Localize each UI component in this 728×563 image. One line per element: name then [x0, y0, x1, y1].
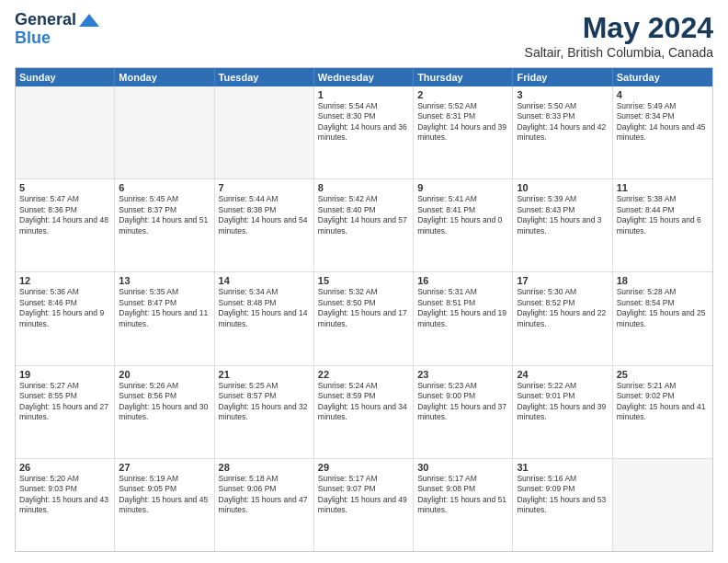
day-number: 28 — [219, 462, 310, 473]
day-number: 2 — [417, 89, 508, 100]
calendar-cell: 14Sunrise: 5:34 AMSunset: 8:48 PMDayligh… — [215, 272, 314, 364]
calendar-header: SundayMondayTuesdayWednesdayThursdayFrid… — [16, 68, 712, 86]
calendar-cell: 11Sunrise: 5:38 AMSunset: 8:44 PMDayligh… — [613, 179, 712, 271]
day-info: Sunrise: 5:23 AMSunset: 9:00 PMDaylight:… — [417, 381, 508, 423]
day-info: Sunrise: 5:17 AMSunset: 9:08 PMDaylight:… — [417, 474, 508, 516]
day-number: 19 — [19, 369, 110, 380]
day-info: Sunrise: 5:44 AMSunset: 8:38 PMDaylight:… — [219, 194, 310, 236]
calendar-cell: 21Sunrise: 5:25 AMSunset: 8:57 PMDayligh… — [215, 366, 314, 458]
day-number: 1 — [318, 89, 409, 100]
calendar-cell: 23Sunrise: 5:23 AMSunset: 9:00 PMDayligh… — [414, 366, 513, 458]
day-info: Sunrise: 5:21 AMSunset: 9:02 PMDaylight:… — [617, 381, 709, 423]
day-number: 27 — [119, 462, 210, 473]
page: General Blue May 2024 Saltair, British C… — [0, 0, 728, 563]
day-info: Sunrise: 5:41 AMSunset: 8:41 PMDaylight:… — [417, 194, 508, 236]
day-number: 18 — [617, 275, 709, 286]
day-info: Sunrise: 5:25 AMSunset: 8:57 PMDaylight:… — [219, 381, 310, 423]
weekday-header: Monday — [115, 68, 214, 86]
main-title: May 2024 — [525, 11, 713, 45]
calendar-cell: 9Sunrise: 5:41 AMSunset: 8:41 PMDaylight… — [414, 179, 513, 271]
svg-marker-0 — [79, 14, 99, 27]
calendar-cell: 3Sunrise: 5:50 AMSunset: 8:33 PMDaylight… — [513, 86, 612, 178]
calendar-cell: 25Sunrise: 5:21 AMSunset: 9:02 PMDayligh… — [613, 366, 712, 458]
day-number: 13 — [119, 275, 210, 286]
logo-icon — [79, 14, 99, 27]
calendar-row: 1Sunrise: 5:54 AMSunset: 8:30 PMDaylight… — [16, 86, 712, 179]
calendar-cell: 18Sunrise: 5:28 AMSunset: 8:54 PMDayligh… — [613, 272, 712, 364]
calendar-cell: 7Sunrise: 5:44 AMSunset: 8:38 PMDaylight… — [215, 179, 314, 271]
day-number: 3 — [517, 89, 608, 100]
header: General Blue May 2024 Saltair, British C… — [15, 11, 713, 60]
calendar-cell: 17Sunrise: 5:30 AMSunset: 8:52 PMDayligh… — [513, 272, 612, 364]
calendar-row: 12Sunrise: 5:36 AMSunset: 8:46 PMDayligh… — [16, 272, 712, 365]
day-number: 29 — [318, 462, 409, 473]
day-number: 21 — [219, 369, 310, 380]
calendar-cell: 28Sunrise: 5:18 AMSunset: 9:06 PMDayligh… — [215, 459, 314, 551]
weekday-header: Wednesday — [314, 68, 414, 86]
calendar-cell: 15Sunrise: 5:32 AMSunset: 8:50 PMDayligh… — [314, 272, 414, 364]
day-number: 31 — [517, 462, 608, 473]
calendar: SundayMondayTuesdayWednesdayThursdayFrid… — [15, 67, 713, 552]
weekday-header: Thursday — [414, 68, 513, 86]
calendar-cell — [115, 86, 214, 178]
day-number: 12 — [19, 275, 110, 286]
calendar-row: 5Sunrise: 5:47 AMSunset: 8:36 PMDaylight… — [16, 179, 712, 272]
day-info: Sunrise: 5:49 AMSunset: 8:34 PMDaylight:… — [617, 101, 709, 144]
day-number: 14 — [219, 275, 310, 286]
calendar-cell: 5Sunrise: 5:47 AMSunset: 8:36 PMDaylight… — [16, 179, 115, 271]
day-number: 5 — [19, 182, 110, 193]
logo-general: General — [15, 11, 76, 29]
calendar-cell: 10Sunrise: 5:39 AMSunset: 8:43 PMDayligh… — [513, 179, 612, 271]
calendar-cell: 13Sunrise: 5:35 AMSunset: 8:47 PMDayligh… — [115, 272, 214, 364]
calendar-cell — [215, 86, 314, 178]
day-number: 25 — [617, 369, 709, 380]
day-info: Sunrise: 5:26 AMSunset: 8:56 PMDaylight:… — [119, 381, 210, 423]
day-info: Sunrise: 5:52 AMSunset: 8:31 PMDaylight:… — [417, 101, 508, 144]
day-number: 9 — [417, 182, 508, 193]
calendar-cell: 24Sunrise: 5:22 AMSunset: 9:01 PMDayligh… — [513, 366, 612, 458]
day-info: Sunrise: 5:35 AMSunset: 8:47 PMDaylight:… — [119, 287, 210, 329]
calendar-cell: 20Sunrise: 5:26 AMSunset: 8:56 PMDayligh… — [115, 366, 214, 458]
calendar-cell: 19Sunrise: 5:27 AMSunset: 8:55 PMDayligh… — [16, 366, 115, 458]
calendar-body: 1Sunrise: 5:54 AMSunset: 8:30 PMDaylight… — [16, 86, 712, 551]
calendar-cell — [16, 86, 115, 178]
day-info: Sunrise: 5:39 AMSunset: 8:43 PMDaylight:… — [517, 194, 608, 236]
day-info: Sunrise: 5:27 AMSunset: 8:55 PMDaylight:… — [19, 381, 110, 423]
day-number: 11 — [617, 182, 709, 193]
day-info: Sunrise: 5:34 AMSunset: 8:48 PMDaylight:… — [219, 287, 310, 329]
day-number: 15 — [318, 275, 409, 286]
day-number: 23 — [417, 369, 508, 380]
day-info: Sunrise: 5:20 AMSunset: 9:03 PMDaylight:… — [19, 474, 110, 516]
calendar-cell: 31Sunrise: 5:16 AMSunset: 9:09 PMDayligh… — [513, 459, 612, 551]
calendar-cell: 27Sunrise: 5:19 AMSunset: 9:05 PMDayligh… — [115, 459, 214, 551]
calendar-cell: 6Sunrise: 5:45 AMSunset: 8:37 PMDaylight… — [115, 179, 214, 271]
day-info: Sunrise: 5:38 AMSunset: 8:44 PMDaylight:… — [617, 194, 709, 236]
day-info: Sunrise: 5:18 AMSunset: 9:06 PMDaylight:… — [219, 474, 310, 516]
day-info: Sunrise: 5:42 AMSunset: 8:40 PMDaylight:… — [318, 194, 409, 236]
day-info: Sunrise: 5:22 AMSunset: 9:01 PMDaylight:… — [517, 381, 608, 423]
day-info: Sunrise: 5:32 AMSunset: 8:50 PMDaylight:… — [318, 287, 409, 329]
day-info: Sunrise: 5:16 AMSunset: 9:09 PMDaylight:… — [517, 474, 608, 516]
day-number: 20 — [119, 369, 210, 380]
logo-blue: Blue — [15, 29, 51, 48]
title-block: May 2024 Saltair, British Columbia, Cana… — [525, 11, 713, 60]
day-number: 24 — [517, 369, 608, 380]
day-number: 7 — [219, 182, 310, 193]
calendar-cell: 1Sunrise: 5:54 AMSunset: 8:30 PMDaylight… — [314, 86, 414, 178]
day-number: 22 — [318, 369, 409, 380]
day-number: 10 — [517, 182, 608, 193]
weekday-header: Friday — [513, 68, 612, 86]
weekday-header: Tuesday — [215, 68, 314, 86]
day-info: Sunrise: 5:30 AMSunset: 8:52 PMDaylight:… — [517, 287, 608, 329]
calendar-cell: 29Sunrise: 5:17 AMSunset: 9:07 PMDayligh… — [314, 459, 414, 551]
weekday-header: Sunday — [16, 68, 115, 86]
day-number: 6 — [119, 182, 210, 193]
day-info: Sunrise: 5:19 AMSunset: 9:05 PMDaylight:… — [119, 474, 210, 516]
day-info: Sunrise: 5:28 AMSunset: 8:54 PMDaylight:… — [617, 287, 709, 329]
day-info: Sunrise: 5:54 AMSunset: 8:30 PMDaylight:… — [318, 101, 409, 144]
subtitle: Saltair, British Columbia, Canada — [525, 45, 713, 60]
day-info: Sunrise: 5:24 AMSunset: 8:59 PMDaylight:… — [318, 381, 409, 423]
calendar-cell: 12Sunrise: 5:36 AMSunset: 8:46 PMDayligh… — [16, 272, 115, 364]
day-number: 4 — [617, 89, 709, 100]
day-number: 17 — [517, 275, 608, 286]
